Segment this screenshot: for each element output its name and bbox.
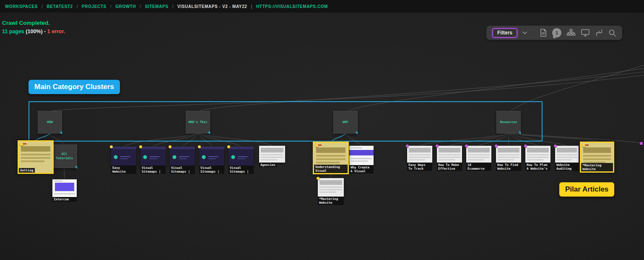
- page-caption: How To Find Website: [496, 163, 521, 171]
- page-thumbnail: [496, 146, 521, 163]
- breadcrumb-separator: /: [110, 4, 112, 9]
- page-caption: Getting: [19, 168, 35, 173]
- crawl-completed-text: Crawl Completed.: [2, 19, 65, 28]
- category-node-resources[interactable]: Resources ↯: [496, 111, 521, 134]
- page-node[interactable]: How To Plan A Website's: [525, 146, 551, 171]
- connector-anchor-icon: ↯: [208, 131, 210, 135]
- page-caption: Website Auditing: [555, 163, 579, 171]
- error-count: 1 error.: [47, 29, 65, 34]
- page-caption: *Mastering Website: [581, 163, 613, 171]
- marker-dot-purple: [524, 144, 527, 147]
- page-caption: Easy Website: [111, 165, 136, 174]
- page-caption: Visual Sitemaps |: [170, 165, 195, 174]
- marker-dot-yellow: [139, 145, 142, 148]
- page-caption: Visual Sitemaps |: [229, 165, 254, 174]
- breadcrumb-separator: /: [172, 4, 174, 9]
- marker-dot-yellow: [315, 144, 318, 147]
- page-thumbnail: [111, 147, 136, 165]
- page-node[interactable]: Visual Sitemaps |: [229, 147, 254, 174]
- page-thumbnail: [349, 146, 374, 165]
- crawl-status: Crawl Completed. 11 pages (100%) - 1 err…: [2, 19, 65, 36]
- page-thumbnail: [318, 178, 344, 197]
- monitor-icon[interactable]: [581, 29, 590, 37]
- text-node-all-tutorials[interactable]: All Tutorials ↯: [52, 144, 77, 168]
- annotation-main-category-clusters[interactable]: Main Category Clusters: [29, 80, 120, 94]
- page-caption: Intercom: [52, 197, 77, 202]
- page-node[interactable]: Easy Website: [111, 147, 136, 174]
- branch-icon[interactable]: [595, 29, 603, 37]
- pages-count: 11 pages: [2, 29, 24, 34]
- page-node[interactable]: Intercom: [52, 179, 77, 202]
- category-node-whos-this[interactable]: WHO's This ↯: [186, 111, 210, 134]
- canvas-toolbar: Filters 1: [486, 26, 622, 40]
- page-caption: Easy Ways To Track: [407, 163, 432, 171]
- page-thumbnail: [199, 147, 224, 165]
- category-node-how[interactable]: HOW ↯: [38, 111, 62, 134]
- page-caption: Why Create A Visual: [349, 165, 374, 173]
- marker-dot-yellow: [317, 177, 319, 180]
- breadcrumb-site-url[interactable]: HTTPS://VISUALSITEMAPS.COM: [256, 4, 328, 9]
- breadcrumb-betatest2[interactable]: BETATEST2: [47, 4, 73, 9]
- breadcrumb-growth[interactable]: GROWTH: [115, 4, 136, 9]
- app-canvas: WORKSPACES / BETATEST2 / PROJECTS / GROW…: [0, 0, 644, 260]
- page-node[interactable]: How To Make Effective: [437, 146, 462, 171]
- connector-anchor-icon: ↯: [356, 131, 358, 135]
- page-thumbnail: [229, 147, 254, 165]
- page-caption: How To Make Effective: [437, 163, 462, 171]
- category-label: WHO's This: [188, 120, 207, 124]
- page-node[interactable]: How To Find Website: [496, 146, 521, 171]
- page-node[interactable]: Visual Sitemaps |: [170, 147, 195, 174]
- page-node[interactable]: Visual Sitemaps |: [140, 147, 166, 174]
- page-node[interactable]: Website Auditing: [555, 146, 579, 171]
- sitemap-icon[interactable]: [566, 29, 576, 37]
- page-thumbnail: [259, 146, 285, 163]
- marker-dot-purple: [554, 144, 557, 147]
- marker-dot-purple: [406, 144, 409, 147]
- breadcrumb-separator: /: [140, 4, 141, 9]
- connector-anchor-icon: ↯: [75, 165, 78, 169]
- marker-dot-yellow: [198, 145, 201, 148]
- page-thumbnail: [555, 146, 579, 163]
- page-node[interactable]: 10 Ecommerce: [466, 146, 491, 171]
- page-caption: Visual Sitemaps |: [140, 165, 166, 174]
- page-node[interactable]: Visual Sitemaps |: [199, 147, 224, 174]
- connector-anchor-icon: ↯: [519, 131, 521, 135]
- comment-count-badge: 1: [556, 30, 558, 35]
- page-caption: Agencies: [259, 163, 277, 167]
- breadcrumb-pipe: |: [251, 4, 252, 9]
- page-node-highlighted[interactable]: Understanding Visual: [313, 142, 349, 174]
- page-node-highlighted[interactable]: Getting: [18, 140, 54, 174]
- marker-dot-yellow: [227, 145, 230, 148]
- category-node-why[interactable]: WHY ↯: [333, 111, 358, 134]
- comment-count-icon[interactable]: 1: [552, 28, 561, 37]
- page-thumbnail: [466, 146, 491, 163]
- marker-dot-purple-edge: [640, 142, 643, 145]
- category-label: Resources: [500, 120, 517, 124]
- page-thumbnail: [140, 147, 166, 165]
- breadcrumb-workspaces[interactable]: WORKSPACES: [5, 4, 38, 9]
- breadcrumb-sitemaps[interactable]: SITEMAPS: [145, 4, 169, 9]
- page-node-highlighted[interactable]: *Mastering Website: [580, 142, 614, 173]
- chevron-down-icon[interactable]: [522, 32, 527, 34]
- filters-button[interactable]: Filters: [492, 28, 517, 38]
- breadcrumb-separator: /: [77, 4, 78, 9]
- category-label: WHY: [343, 120, 348, 124]
- page-caption: How To Plan A Website's: [525, 163, 551, 171]
- annotation-pilar-articles[interactable]: Pilar Articles: [559, 182, 614, 197]
- page-thumbnail: [525, 146, 551, 163]
- page-node[interactable]: Agencies: [259, 146, 285, 170]
- page-thumbnail: [437, 146, 462, 163]
- page-thumbnail: [170, 147, 195, 165]
- breadcrumb-projects[interactable]: PROJECTS: [82, 4, 106, 9]
- page-node[interactable]: Easy Ways To Track: [407, 146, 432, 171]
- page-caption: *Mastering Website: [318, 197, 344, 205]
- search-icon[interactable]: [608, 29, 616, 37]
- marker-dot-yellow: [582, 144, 585, 147]
- marker-dot-purple: [495, 144, 498, 147]
- page-node[interactable]: Why Create A Visual: [349, 146, 374, 173]
- marker-dot-yellow: [110, 145, 113, 148]
- document-icon[interactable]: [540, 29, 547, 37]
- page-node[interactable]: *Mastering Website: [318, 178, 344, 205]
- cluster-selection-box[interactable]: [29, 101, 543, 142]
- marker-dot-yellow: [20, 143, 23, 146]
